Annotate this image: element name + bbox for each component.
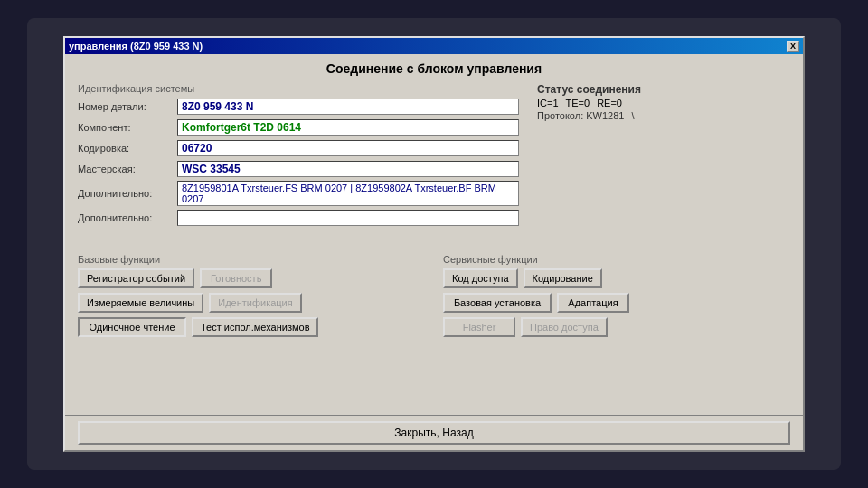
status-label: Статус соединения	[537, 83, 790, 96]
service-btn-row-3: Flasher Право доступа	[443, 317, 790, 337]
protocol-row: Протокол: KW1281 \	[537, 110, 790, 121]
btn-single-read[interactable]: Одиночное чтение	[78, 317, 186, 337]
base-functions-group: Базовые функции Регистратор событий Гото…	[78, 254, 425, 342]
btn-readiness: Готовность	[200, 268, 272, 288]
coding-label: Кодировка:	[78, 143, 177, 154]
btn-test-mechanisms[interactable]: Тест испол.механизмов	[192, 317, 318, 337]
btn-access-right: Право доступа	[521, 317, 608, 337]
workshop-value: WSC 33545	[177, 161, 519, 177]
component-row: Компонент: Komfortger6t T2D 0614	[78, 118, 519, 136]
service-functions-group: Сервисные функции Код доступа Кодировани…	[443, 254, 790, 342]
btn-flasher: Flasher	[443, 317, 515, 337]
screen-background: управления (8Z0 959 433 N) X Соединение …	[27, 18, 841, 470]
workshop-row: Мастерская: WSC 33545	[78, 160, 519, 178]
protocol-label: Протокол: KW1281	[537, 110, 624, 121]
coding-row: Кодировка: 06720	[78, 139, 519, 157]
part-number-value: 8Z0 959 433 N	[177, 99, 519, 115]
dialog-title: Соединение с блоком управления	[78, 61, 790, 76]
btn-access-code[interactable]: Код доступа	[443, 268, 518, 288]
component-value: Komfortger6t T2D 0614	[177, 119, 519, 136]
service-functions-title: Сервисные функции	[443, 254, 790, 265]
buttons-area: Базовые функции Регистратор событий Гото…	[78, 254, 790, 342]
status-te: TE=0	[566, 98, 590, 108]
bottom-bar: Закрыть, Назад	[65, 415, 803, 450]
service-btn-row-2: Базовая установка Адаптация	[443, 293, 790, 313]
btn-basic-setup[interactable]: Базовая установка	[443, 293, 552, 313]
extra2-row: Дополнительно:	[78, 209, 519, 227]
protocol-suffix: \	[631, 110, 634, 121]
window-title: управления (8Z0 959 433 N)	[69, 41, 203, 52]
component-label: Компонент:	[78, 122, 177, 133]
base-functions-title: Базовые функции	[78, 254, 425, 265]
close-back-button[interactable]: Закрыть, Назад	[78, 421, 790, 445]
main-window: управления (8Z0 959 433 N) X Соединение …	[63, 36, 805, 452]
window-content: Соединение с блоком управления Идентифик…	[65, 54, 803, 415]
btn-identification: Идентификация	[209, 293, 301, 313]
main-info-area: Идентификация системы Номер детали: 8Z0 …	[78, 83, 790, 230]
close-button[interactable]: X	[787, 41, 799, 52]
status-ic: IC=1	[537, 98, 559, 108]
workshop-label: Мастерская:	[78, 164, 177, 174]
identification-section: Идентификация системы Номер детали: 8Z0 …	[78, 83, 519, 230]
status-re: RE=0	[597, 98, 622, 108]
base-btn-row-2: Измеряемые величины Идентификация	[78, 293, 425, 313]
btn-event-recorder[interactable]: Регистратор событий	[78, 268, 194, 288]
coding-value: 06720	[177, 140, 519, 156]
title-bar: управления (8Z0 959 433 N) X	[65, 38, 803, 54]
id-section-title: Идентификация системы	[78, 83, 519, 94]
base-btn-row-3: Одиночное чтение Тест испол.механизмов	[78, 317, 425, 337]
extra2-value	[177, 210, 519, 226]
status-values: IC=1 TE=0 RE=0	[537, 98, 790, 108]
btn-adaptation[interactable]: Адаптация	[557, 293, 629, 313]
extra2-label: Дополнительно:	[78, 212, 177, 223]
part-number-row: Номер детали: 8Z0 959 433 N	[78, 98, 519, 116]
divider	[78, 239, 790, 239]
status-section: Статус соединения IC=1 TE=0 RE=0 Протоко…	[537, 83, 790, 230]
base-btn-row-1: Регистратор событий Готовность	[78, 268, 425, 288]
part-number-label: Номер детали:	[78, 101, 177, 112]
extra1-label: Дополнительно:	[78, 188, 177, 199]
btn-measured-values[interactable]: Измеряемые величины	[78, 293, 203, 313]
service-btn-row-1: Код доступа Кодирование	[443, 268, 790, 288]
btn-coding[interactable]: Кодирование	[524, 268, 602, 288]
extra1-row: Дополнительно: 8Z1959801A Txrsteuer.FS B…	[78, 181, 519, 206]
extra1-value: 8Z1959801A Txrsteuer.FS BRM 0207 | 8Z195…	[177, 181, 519, 206]
